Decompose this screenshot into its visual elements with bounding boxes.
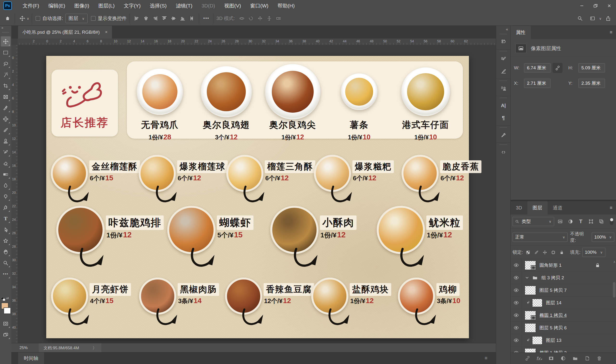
- layer-thumbnail[interactable]: [525, 286, 536, 295]
- filter-smart-object-icon[interactable]: [597, 217, 605, 226]
- type-tool[interactable]: T: [1, 214, 11, 224]
- delete-layer-icon[interactable]: [596, 356, 602, 361]
- menu-图像[interactable]: 图像(I): [70, 0, 94, 11]
- edit-toolbar[interactable]: •••: [1, 269, 11, 279]
- lock-position-icon[interactable]: [541, 249, 548, 256]
- link-dimensions-icon[interactable]: [552, 63, 563, 73]
- panel-menu-icon[interactable]: ≡: [610, 30, 612, 35]
- close-tab-icon[interactable]: ×: [105, 30, 108, 35]
- tab-通道[interactable]: 通道: [548, 201, 568, 214]
- menu-文字[interactable]: 文字(Y): [119, 0, 145, 11]
- show-transform-checkbox[interactable]: [91, 16, 96, 21]
- dodge-tool[interactable]: [1, 191, 11, 202]
- tools-grip[interactable]: [2, 32, 9, 33]
- align-middle-icon[interactable]: [169, 14, 178, 23]
- visibility-eye-icon[interactable]: [511, 284, 522, 296]
- paragraph-icon[interactable]: ¶: [496, 112, 511, 124]
- lock-all-icon[interactable]: [558, 249, 565, 256]
- layer-name[interactable]: 椭圆 1 拷贝 4: [539, 312, 567, 318]
- chevron-down-icon[interactable]: ∨: [27, 17, 29, 20]
- close-icon[interactable]: [602, 0, 616, 11]
- collapse-tools-icon[interactable]: »: [1, 26, 3, 30]
- layer-row[interactable]: 椭圆 1 拷贝 4: [511, 309, 616, 322]
- screen-mode-icon[interactable]: [1, 330, 11, 340]
- 3d-roll-icon[interactable]: [246, 14, 256, 23]
- move-tool[interactable]: [1, 36, 11, 46]
- visibility-eye-icon[interactable]: [511, 309, 522, 321]
- tab-properties[interactable]: 属性: [511, 26, 531, 39]
- pen-tool[interactable]: [1, 202, 11, 213]
- layer-row[interactable]: 图层 5 拷贝 7: [511, 284, 616, 297]
- filter-adjustment-icon[interactable]: [566, 217, 575, 226]
- clone-source-icon[interactable]: [496, 82, 511, 95]
- layer-row[interactable]: 图层 14: [511, 297, 616, 309]
- expand-chevron-icon[interactable]: [524, 275, 530, 280]
- align-top-icon[interactable]: [160, 14, 169, 23]
- marquee-tool[interactable]: [1, 47, 11, 58]
- filter-type-text-icon[interactable]: T: [577, 217, 585, 226]
- swap-colors-icon[interactable]: ⇄: [6, 296, 9, 300]
- document-info[interactable]: 文档:95.8M/658.4M 〉: [39, 343, 101, 352]
- layer-name[interactable]: 图层 14: [546, 300, 561, 306]
- filter-type-dropdown[interactable]: 类型 ∨: [513, 217, 554, 226]
- clone-stamp-tool[interactable]: [1, 136, 11, 146]
- minimize-icon[interactable]: [575, 0, 589, 11]
- adjustment-layer-icon[interactable]: ▾: [560, 356, 566, 361]
- width-field[interactable]: 6.74 厘米: [524, 63, 551, 72]
- layer-thumbnail[interactable]: [532, 336, 542, 344]
- tab-3D[interactable]: 3D: [511, 201, 527, 214]
- fill-field[interactable]: 100%∨: [582, 248, 605, 257]
- align-left-icon[interactable]: [132, 14, 141, 23]
- visibility-eye-icon[interactable]: [511, 322, 522, 334]
- auto-select-dropdown[interactable]: 图层∨: [65, 14, 88, 23]
- x-field[interactable]: 2.71 厘米: [524, 79, 551, 88]
- document-tab[interactable]: 小吃吊.psd @ 25% (图层 21, RGB/8#) ×: [18, 26, 112, 39]
- path-select-tool[interactable]: [1, 225, 11, 235]
- default-colors-icon[interactable]: [1, 297, 5, 300]
- layer-name[interactable]: 图层 13: [546, 337, 561, 344]
- menu-滤镜[interactable]: 滤镜(T): [171, 0, 197, 11]
- shape-tool[interactable]: [1, 236, 11, 246]
- layers-scrollbar[interactable]: ∧∨: [612, 259, 616, 359]
- lock-artboard-icon[interactable]: [550, 249, 557, 256]
- layer-mask-icon[interactable]: [548, 356, 554, 361]
- filter-shape-icon[interactable]: [587, 217, 595, 226]
- layer-thumbnail[interactable]: [532, 299, 542, 307]
- more-options-icon[interactable]: •••: [202, 14, 211, 23]
- layer-name[interactable]: 图层 5 拷贝 7: [539, 287, 567, 293]
- layer-thumbnail[interactable]: [525, 323, 536, 332]
- history-icon[interactable]: [496, 35, 511, 48]
- filter-pixel-icon[interactable]: [556, 217, 565, 226]
- filter-toggle[interactable]: [609, 217, 614, 226]
- visibility-eye-icon[interactable]: [511, 334, 522, 346]
- magic-wand-tool[interactable]: [1, 70, 11, 80]
- 3d-camera-icon[interactable]: [274, 14, 283, 23]
- horizontal-ruler[interactable]: 2024681012141618202224262830323436384042…: [18, 39, 496, 45]
- menu-选择[interactable]: 选择(S): [145, 0, 171, 11]
- menu-编辑[interactable]: 编辑(E): [44, 0, 70, 11]
- brush-settings-icon[interactable]: [496, 52, 511, 65]
- libraries-icon[interactable]: [496, 146, 511, 158]
- restore-icon[interactable]: [589, 0, 602, 11]
- crop-tool[interactable]: [1, 81, 11, 91]
- gradient-tool[interactable]: [1, 169, 11, 179]
- home-icon[interactable]: [3, 14, 12, 23]
- tab-图层[interactable]: 图层: [527, 201, 548, 214]
- layer-row[interactable]: 图层 13: [511, 334, 616, 347]
- panel-menu-icon[interactable]: ≡: [610, 205, 612, 210]
- opacity-field[interactable]: 100%∨: [592, 233, 614, 242]
- align-bottom-icon[interactable]: [178, 14, 187, 23]
- brushes-icon[interactable]: [496, 65, 511, 78]
- lasso-tool[interactable]: [1, 58, 11, 69]
- layer-style-icon[interactable]: fx▾: [537, 356, 542, 361]
- expand-panels-icon[interactable]: «: [496, 26, 511, 32]
- menu-图层[interactable]: 图层(L): [94, 0, 119, 11]
- lock-transparency-icon[interactable]: [525, 249, 531, 256]
- layer-name[interactable]: 组 3 拷贝 2: [541, 275, 564, 281]
- new-layer-icon[interactable]: [584, 356, 590, 361]
- 3d-pan-icon[interactable]: [256, 14, 265, 23]
- 3d-orbit-icon[interactable]: [237, 14, 246, 23]
- hand-tool[interactable]: [1, 247, 11, 257]
- canvas-viewport[interactable]: 店长推荐 无骨鸡爪 1份/¥28 奥尔良鸡翅 3个/¥12 奥尔良鸡尖 1份/¥…: [18, 45, 496, 343]
- share-icon[interactable]: [603, 14, 613, 23]
